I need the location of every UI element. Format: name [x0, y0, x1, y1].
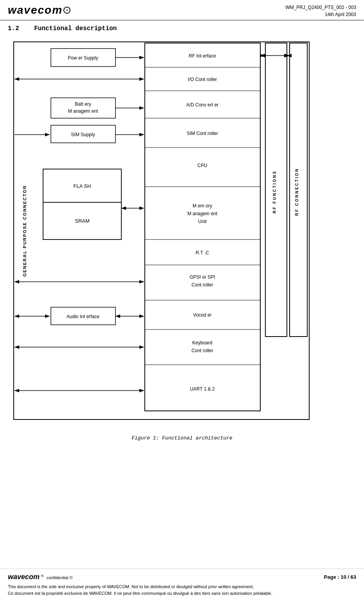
- footer-logo-area: wavecom ® confidential ©: [8, 573, 73, 581]
- diagram-svg: GENERAL PURPOSE CONNECTOR RF FUNCTIONS R…: [8, 40, 356, 431]
- vocoder-label: Vocod er: [193, 312, 211, 318]
- footer-logo: wavecom: [8, 573, 40, 581]
- header: wavecom ® WM_PRJ_Q2400_PTS_002 - 003 14t…: [0, 0, 364, 20]
- doc-ref-line1: WM_PRJ_Q2400_PTS_002 - 003: [285, 4, 356, 11]
- footer: wavecom ® confidential © Page : 10 / 63 …: [0, 569, 364, 601]
- battery-label-1: Batt ery: [75, 101, 91, 107]
- diagram-area: GENERAL PURPOSE CONNECTOR RF FUNCTIONS R…: [8, 40, 356, 431]
- audio-interface-label: Audio Int erface: [67, 314, 99, 319]
- flash-sram-outer-box: [43, 169, 121, 239]
- gpc-label: GENERAL PURPOSE CONNECTOR: [22, 185, 27, 277]
- footer-logo-circle: ®: [41, 574, 44, 578]
- footer-text2: Ce document est la propriété exclusive d…: [8, 590, 356, 597]
- section-heading: Functional description: [34, 25, 117, 32]
- sram-label: SRAM: [75, 218, 90, 224]
- gpc-outer-box: [14, 42, 309, 420]
- footer-top: wavecom ® confidential © Page : 10 / 63: [8, 573, 356, 581]
- uart-label: UART 1 & 2: [190, 386, 215, 392]
- ad-converter-label: A/D Conv ert er: [186, 102, 219, 108]
- battery-mgmt-box: [51, 98, 115, 118]
- memory-label-1: M em ory: [193, 203, 212, 209]
- memory-label-3: Unit: [198, 219, 207, 224]
- doc-ref-line2: 14th April 2003: [285, 11, 356, 18]
- gpsi-label-2: Cont roller: [191, 282, 213, 288]
- cpu-label: CPU: [197, 163, 207, 168]
- flash-label: FLA SH: [74, 183, 91, 189]
- logo-text: wavecom: [8, 4, 63, 16]
- rf-interface-label: RF Int erface: [189, 53, 216, 59]
- logo-registered: ®: [63, 7, 70, 14]
- keyboard-label-2: Cont roller: [191, 348, 213, 353]
- rtc-label: R.T .C: [196, 250, 209, 256]
- rf-functions-label: RF FUNCTIONS: [272, 170, 277, 213]
- sim-controller-label: SIM Cont roller: [187, 131, 218, 136]
- figure-caption: Figure 1: Functional architecture: [0, 435, 364, 441]
- footer-text1: This document is the sole and exclusive …: [8, 583, 356, 591]
- memory-label-2: M anagem ent: [187, 211, 218, 216]
- battery-label-2: M anagem ent: [68, 108, 98, 114]
- power-supply-label: Pow er Supply: [68, 55, 98, 61]
- section-title: 1.2 Functional description: [0, 20, 364, 36]
- footer-page: Page : 10 / 63: [324, 574, 356, 580]
- doc-info: WM_PRJ_Q2400_PTS_002 - 003 14th April 20…: [285, 4, 356, 18]
- footer-confidential: confidential ©: [47, 575, 73, 580]
- gpsi-label-1: GPSI or SPI: [189, 274, 215, 280]
- logo-area: wavecom ®: [8, 4, 70, 16]
- sim-supply-label: SIM Supply: [71, 132, 95, 137]
- chip-block: [145, 43, 260, 411]
- rf-connection-label: RF CONNECTION: [295, 168, 299, 216]
- io-controller-label: I/O Cont roller: [188, 77, 217, 82]
- keyboard-label-1: Keyboard: [192, 340, 212, 346]
- section-number: 1.2: [8, 25, 19, 32]
